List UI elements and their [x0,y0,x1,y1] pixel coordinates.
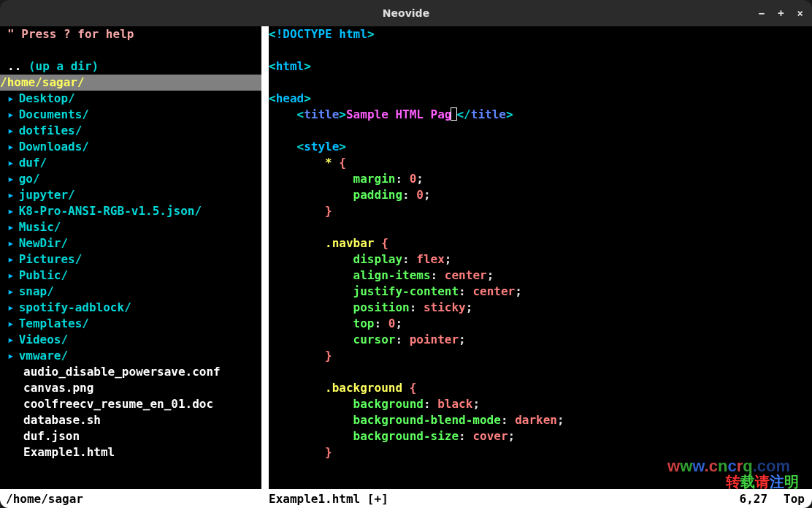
chevron-right-icon: ▸ [7,284,15,298]
code-editor-pane[interactable]: <!DOCTYPE html> <html> <head> <title>Sam… [269,26,812,489]
tree-dir-item[interactable]: ▸duf/ [0,155,261,171]
chevron-right-icon: ▸ [7,316,15,330]
minimize-button[interactable]: − [759,8,765,18]
tree-help-hint: " Press ? for help [0,26,261,42]
window-title: Neovide [383,7,429,19]
tree-file-item[interactable]: database.sh [0,412,261,428]
tree-dir-item[interactable]: ▸Music/ [0,219,261,235]
tree-dir-item[interactable]: ▸Videos/ [0,332,261,348]
chevron-right-icon: ▸ [7,188,15,202]
chevron-right-icon: ▸ [7,172,15,186]
chevron-right-icon: ▸ [7,349,15,363]
status-scroll: Top [784,492,805,506]
chevron-right-icon: ▸ [7,204,15,218]
chevron-right-icon: ▸ [7,300,15,314]
file-tree-pane[interactable]: " Press ? for help .. (up a dir) /home/s… [0,26,261,489]
tree-file-item[interactable]: duf.json [0,428,261,444]
tree-dir-item[interactable]: ▸spotify-adblock/ [0,300,261,316]
tree-dir-item[interactable]: ▸jupyter/ [0,187,261,203]
tree-dir-item[interactable]: ▸Documents/ [0,107,261,123]
status-position: 6,27 [740,492,768,506]
status-bar: /home/sagar Example1.html [+] 6,27 Top [0,489,812,508]
titlebar: Neovide − + × [0,0,812,26]
status-filename: Example1.html [+] [269,492,740,506]
chevron-right-icon: ▸ [7,252,15,266]
tree-dir-item[interactable]: ▸Templates/ [0,316,261,332]
chevron-right-icon: ▸ [7,124,15,137]
chevron-right-icon: ▸ [7,156,15,170]
chevron-right-icon: ▸ [7,107,15,121]
chevron-right-icon: ▸ [7,140,15,153]
chevron-right-icon: ▸ [7,333,15,346]
editor-body: " Press ? for help .. (up a dir) /home/s… [0,26,812,489]
tree-dir-item[interactable]: ▸go/ [0,171,261,187]
status-left-path: /home/sagar [0,492,269,506]
tree-dir-item[interactable]: ▸snap/ [0,284,261,300]
chevron-right-icon: ▸ [7,220,15,234]
tree-file-item[interactable]: Example1.html [0,444,261,460]
chevron-right-icon: ▸ [7,268,15,282]
split-bar[interactable] [261,26,269,489]
chevron-right-icon: ▸ [7,91,15,105]
tree-dir-item[interactable]: ▸Pictures/ [0,251,261,268]
tree-up-dir[interactable]: .. (up a dir) [0,58,261,75]
maximize-button[interactable]: + [778,8,784,18]
tree-dir-item[interactable]: ▸NewDir/ [0,235,261,251]
tree-current-path[interactable]: /home/sagar/ [0,75,261,91]
close-button[interactable]: × [797,8,803,18]
code-line: <!DOCTYPE html> [269,26,812,42]
window-controls: − + × [759,8,803,18]
tree-file-item[interactable]: canvas.png [0,380,261,396]
tree-dir-item[interactable]: ▸K8-Pro-ANSI-RGB-v1.5.json/ [0,203,261,219]
text-cursor [451,107,457,121]
tree-file-item[interactable]: audio_disable_powersave.conf [0,364,261,380]
tree-dir-item[interactable]: ▸Desktop/ [0,91,261,107]
spacer [0,42,261,58]
tree-dir-item[interactable]: ▸Downloads/ [0,139,261,155]
tree-dir-item[interactable]: ▸vmware/ [0,348,261,364]
tree-dir-item[interactable]: ▸Public/ [0,268,261,284]
status-right: 6,27 Top [740,492,812,506]
tree-file-item[interactable]: coolfreecv_resume_en_01.doc [0,396,261,412]
chevron-right-icon: ▸ [7,236,15,250]
tree-dir-item[interactable]: ▸dotfiles/ [0,123,261,139]
